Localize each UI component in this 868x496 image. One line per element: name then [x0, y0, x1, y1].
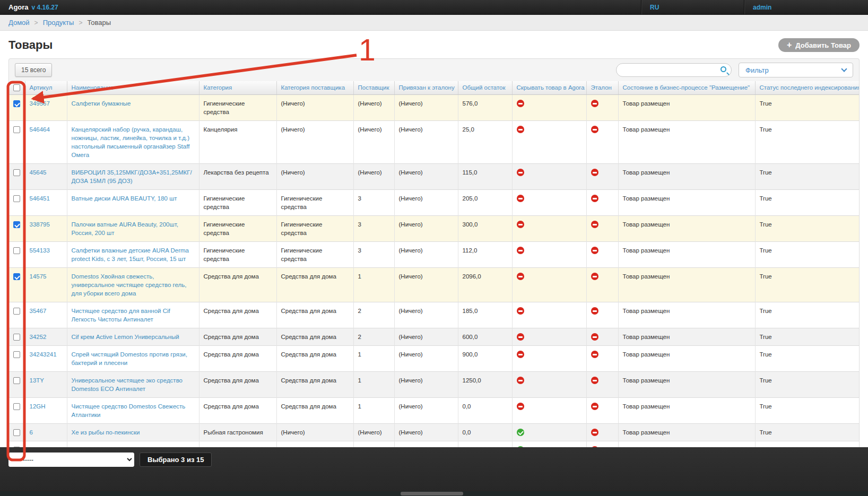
etalon-cell [586, 302, 618, 328]
user-menu[interactable]: admin [744, 0, 868, 14]
name-cell: Cif крем Active Lemon Универсальный [67, 328, 199, 345]
deny-icon [591, 403, 598, 410]
sku-link[interactable]: 12GH [30, 403, 46, 410]
row-checkbox[interactable] [13, 195, 20, 202]
sku-cell: 35467 [25, 302, 67, 328]
app-logo[interactable]: Agora [8, 3, 29, 11]
deny-icon [591, 307, 598, 315]
column-header[interactable]: Состояние в бизнес-процессе "Размещение" [618, 81, 755, 94]
checkbox-cell [9, 267, 25, 302]
table-row: 14575Domestos Хвойная свежесть, универса… [9, 267, 859, 302]
etalon-cell [586, 163, 618, 189]
product-name-link[interactable]: Чистящее средство для ванной Cif Легкост… [72, 308, 170, 323]
breadcrumb-products-link[interactable]: Продукты [43, 19, 74, 27]
product-name-link[interactable]: Универсальное чистящее эко средство Dome… [72, 377, 183, 392]
product-name-link[interactable]: ВИБРОЦИЛ 35,125МКГ/ДОЗА+351,25МКГ/ДОЗА 1… [72, 169, 192, 184]
row-checkbox[interactable] [13, 273, 20, 280]
deny-icon [591, 195, 598, 202]
state-cell: Товар размещен [618, 345, 755, 371]
product-name-link[interactable]: Ватные диски AURA BEAUTY, 180 шт [72, 195, 177, 202]
table-row: 12GHЧистящее средство Domestos Свежесть … [9, 397, 859, 423]
product-name-link[interactable]: Палочки ватные AURA Beauty, 200шт, Росси… [72, 221, 178, 236]
row-checkbox[interactable] [13, 221, 20, 228]
row-checkbox[interactable] [13, 334, 20, 341]
column-header[interactable]: Поставщик [353, 81, 394, 94]
column-header[interactable]: Категория [199, 81, 276, 94]
table-row: 34252Cif крем Active Lemon Универсальный… [9, 328, 859, 345]
product-name-link[interactable]: Domestos Хвойная свежесть, универсальное… [72, 273, 187, 297]
column-header[interactable]: Категория поставщика [276, 81, 353, 94]
language-menu[interactable]: RU [641, 0, 744, 14]
table-row: 546464Канцелярский набор (ручка, каранда… [9, 120, 859, 163]
sku-link[interactable]: 349567 [30, 100, 50, 107]
search-icon[interactable] [721, 66, 726, 72]
selected-count-button[interactable]: Выбрано 3 из 15 [140, 453, 212, 467]
sku-link[interactable]: 14575 [30, 273, 47, 280]
sku-link[interactable]: 13TY [30, 377, 45, 384]
linked-etalon-cell: (Ничего) [394, 302, 458, 328]
hide-in-agora-cell [512, 189, 586, 215]
product-name-link[interactable]: Чистящее средство Domestos Свежесть Атла… [72, 403, 186, 418]
sku-link[interactable]: 35467 [30, 308, 47, 314]
select-all-checkbox[interactable] [13, 84, 20, 91]
category-cell: Рыбная гастрономия [199, 423, 276, 441]
breadcrumb-home-link[interactable]: Домой [8, 19, 30, 27]
page-header: Товары + Добавить Товар [0, 31, 868, 58]
supplier-cell: 1 [353, 371, 394, 397]
sku-link[interactable]: 554133 [30, 247, 50, 254]
scrollbar-thumb[interactable] [401, 492, 463, 495]
product-name-link[interactable]: Хе из рыбы по-пекински [72, 429, 140, 436]
row-checkbox[interactable] [13, 169, 20, 176]
stock-cell: 115,0 [458, 163, 512, 189]
product-name-link[interactable]: Канцелярский набор (ручка, карандаш, нож… [72, 126, 190, 158]
hide-in-agora-cell [512, 302, 586, 328]
name-cell: Салфетки влажные детские AURA Derma prot… [67, 241, 199, 267]
product-name-link[interactable]: Салфетки бумажные [72, 100, 131, 107]
product-name-link[interactable]: Спрей чистящий Domestos против грязи, ба… [72, 351, 187, 366]
row-checkbox[interactable] [13, 100, 20, 107]
product-name-link[interactable]: Cif крем Active Lemon Универсальный [72, 334, 179, 340]
etalon-cell [586, 397, 618, 423]
row-checkbox[interactable] [13, 377, 20, 384]
category-cell: Средства для дома [199, 345, 276, 371]
column-header[interactable]: Эталон [586, 81, 618, 94]
sku-link[interactable]: 546451 [30, 195, 50, 202]
state-cell: Товар размещен [618, 397, 755, 423]
column-header[interactable]: Наименование [67, 81, 199, 94]
sku-cell: 13TY [25, 371, 67, 397]
state-cell: Товар размещен [618, 423, 755, 441]
state-cell: Товар размещен [618, 163, 755, 189]
sku-link[interactable]: 34243241 [30, 351, 57, 358]
supplier-category-cell: Гигиенические средства [276, 215, 353, 241]
product-name-link[interactable]: Салфетки влажные детские AURA Derma prot… [72, 247, 189, 262]
sku-link[interactable]: 34252 [30, 334, 47, 340]
sku-link[interactable]: 546464 [30, 126, 50, 133]
checkbox-cell [9, 120, 25, 163]
hide-in-agora-cell [512, 120, 586, 163]
column-header[interactable]: Общий остаток [458, 81, 512, 94]
sku-link[interactable]: 45645 [30, 169, 47, 176]
column-header[interactable]: Артикул [25, 81, 67, 94]
sku-link[interactable]: 338795 [30, 221, 50, 228]
sku-link[interactable]: 6 [30, 429, 33, 436]
row-checkbox[interactable] [13, 403, 20, 410]
filter-dropdown[interactable]: Фильтр [739, 63, 853, 77]
column-header[interactable]: Привязан к эталону [394, 81, 458, 94]
column-header[interactable]: Скрывать товар в Agora [512, 81, 586, 94]
row-checkbox[interactable] [13, 308, 20, 315]
bulk-action-select[interactable]: --------- [8, 453, 134, 467]
index-status-cell: True [755, 267, 859, 302]
search-input[interactable] [616, 63, 732, 77]
stock-cell: 0,0 [458, 397, 512, 423]
hide-in-agora-cell [512, 397, 586, 423]
add-product-button[interactable]: + Добавить Товар [778, 38, 860, 52]
row-checkbox[interactable] [13, 126, 20, 133]
category-cell: Канцелярия [199, 120, 276, 163]
row-checkbox[interactable] [13, 351, 20, 358]
row-checkbox[interactable] [13, 247, 20, 254]
linked-etalon-cell: (Ничего) [394, 189, 458, 215]
total-count-button[interactable]: 15 всего [15, 63, 52, 77]
row-checkbox[interactable] [13, 429, 20, 436]
checkbox-cell [9, 371, 25, 397]
column-header[interactable]: Статус последнего индексирования [755, 81, 859, 94]
